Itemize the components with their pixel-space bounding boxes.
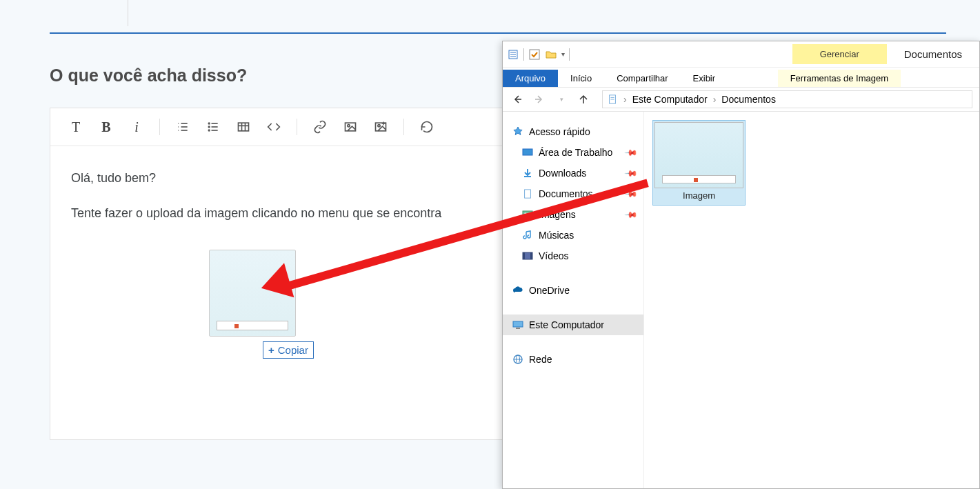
download-icon <box>522 168 533 179</box>
svg-rect-18 <box>376 123 386 131</box>
upload-image-button[interactable] <box>368 114 394 140</box>
page-title: O que você acha disso? <box>50 66 247 86</box>
check-icon[interactable] <box>528 48 541 61</box>
window-title: Documentos <box>887 48 979 60</box>
svg-rect-24 <box>530 50 539 59</box>
drag-copy-indicator: + Copiar <box>263 341 314 359</box>
nav-label: Downloads <box>539 168 586 179</box>
navigation-pane: Acesso rápido Área de Trabalho 📌 Downloa… <box>503 112 644 488</box>
svg-point-9 <box>208 123 210 124</box>
svg-rect-39 <box>513 321 523 327</box>
nav-videos[interactable]: Vídeos <box>503 246 643 266</box>
italic-button[interactable]: i <box>123 114 150 140</box>
horizontal-rule <box>50 32 946 34</box>
svg-rect-12 <box>239 123 249 131</box>
nav-label: Área de Trabalho <box>539 147 612 158</box>
cloud-icon <box>512 285 523 296</box>
pin-icon: 📌 <box>624 146 639 160</box>
nav-label: Este Computador <box>529 319 604 330</box>
svg-point-17 <box>348 125 350 127</box>
nav-label: Músicas <box>539 230 574 241</box>
svg-point-10 <box>208 126 210 128</box>
nav-label: OneDrive <box>529 285 570 296</box>
nav-label: Rede <box>529 354 552 365</box>
code-button[interactable] <box>261 114 287 140</box>
file-item-image[interactable]: Imagem <box>652 120 746 206</box>
plus-icon: + <box>268 344 274 356</box>
undo-button[interactable] <box>414 114 440 140</box>
breadcrumb-root[interactable]: Este Computador <box>632 94 708 105</box>
toolbar-separator <box>403 119 404 135</box>
music-icon <box>522 230 533 241</box>
nav-label: Vídeos <box>539 250 569 261</box>
back-button[interactable] <box>510 92 525 107</box>
computer-icon <box>512 319 523 330</box>
quick-access-toolbar: ▾ <box>503 48 574 61</box>
file-explorer-window: ▾ Gerenciar Documentos Arquivo Início Co… <box>502 41 980 489</box>
breadcrumb-separator: › <box>713 94 717 105</box>
context-tab-group-label: Gerenciar <box>820 49 859 59</box>
network-icon <box>512 354 523 365</box>
svg-rect-16 <box>346 123 356 131</box>
toolbar-separator <box>297 119 297 135</box>
breadcrumb[interactable]: › Este Computador › Documentos <box>602 90 972 108</box>
header-divider <box>128 0 128 26</box>
history-dropdown-icon[interactable]: ▾ <box>554 92 569 107</box>
svg-point-11 <box>208 130 210 131</box>
text-style-button[interactable]: T <box>63 114 89 140</box>
svg-rect-33 <box>525 190 531 198</box>
svg-rect-37 <box>523 252 525 259</box>
nav-music[interactable]: Músicas <box>503 225 643 246</box>
nav-network[interactable]: Rede <box>503 349 643 370</box>
up-button[interactable] <box>576 92 591 107</box>
desktop-icon <box>522 147 533 158</box>
tab-file[interactable]: Arquivo <box>503 70 558 87</box>
pin-icon: 📌 <box>624 208 639 222</box>
svg-rect-31 <box>523 149 532 155</box>
window-titlebar: ▾ Gerenciar Documentos <box>503 41 979 68</box>
unordered-list-button[interactable] <box>200 114 226 140</box>
tab-home[interactable]: Início <box>558 70 604 87</box>
navigation-bar: ▾ › Este Computador › Documentos <box>503 87 979 112</box>
breadcrumb-current[interactable]: Documentos <box>721 94 776 105</box>
svg-rect-40 <box>516 328 520 329</box>
tab-image-tools[interactable]: Ferramentas de Imagem <box>778 70 901 87</box>
link-button[interactable] <box>307 114 333 140</box>
nav-this-pc[interactable]: Este Computador <box>503 315 643 335</box>
nav-quick-access[interactable]: Acesso rápido <box>503 121 643 142</box>
document-icon <box>607 94 618 105</box>
table-button[interactable] <box>230 114 257 140</box>
breadcrumb-separator: › <box>623 94 627 105</box>
file-thumbnail <box>654 122 743 188</box>
ordered-list-button[interactable] <box>170 114 196 140</box>
bold-button[interactable]: B <box>93 114 119 140</box>
ribbon-tabs: Arquivo Início Compartilhar Exibir Ferra… <box>503 68 979 87</box>
tab-view[interactable]: Exibir <box>681 70 728 87</box>
folder-icon[interactable] <box>545 48 557 61</box>
nav-label: Acesso rápido <box>529 126 590 137</box>
properties-icon[interactable] <box>507 48 519 61</box>
file-list-pane[interactable]: Imagem <box>644 112 979 488</box>
document-icon <box>522 188 533 199</box>
file-name-label: Imagem <box>654 190 743 201</box>
qat-dropdown-icon[interactable]: ▾ <box>561 50 565 58</box>
context-tab-group: Gerenciar <box>792 44 887 64</box>
image-button[interactable] <box>337 114 363 140</box>
tab-share[interactable]: Compartilhar <box>604 70 680 87</box>
star-icon <box>512 126 523 137</box>
forward-button[interactable] <box>532 92 547 107</box>
toolbar-separator <box>159 119 160 135</box>
nav-onedrive[interactable]: OneDrive <box>503 280 643 301</box>
svg-rect-38 <box>530 252 532 259</box>
nav-desktop[interactable]: Área de Trabalho 📌 <box>503 142 643 163</box>
pin-icon: 📌 <box>624 166 639 181</box>
copy-label: Copiar <box>278 344 308 356</box>
svg-point-19 <box>378 125 380 127</box>
nav-downloads[interactable]: Downloads 📌 <box>503 163 643 183</box>
video-icon <box>522 250 533 261</box>
